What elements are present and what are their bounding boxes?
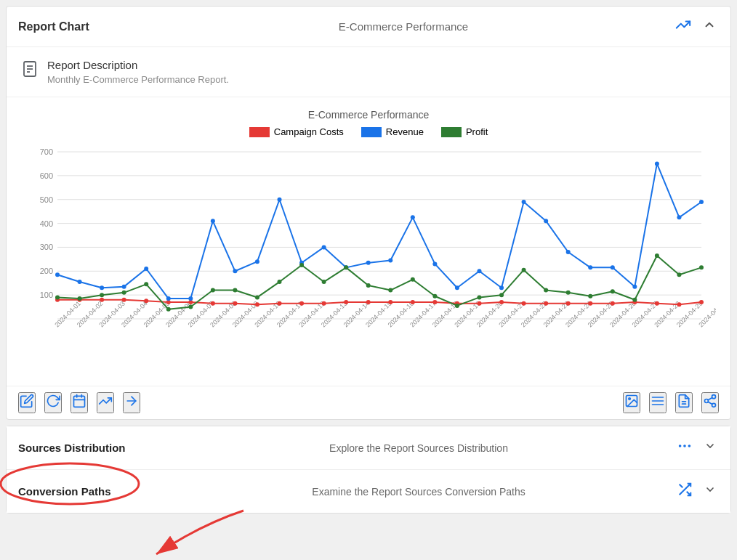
trend-button[interactable] <box>97 392 114 413</box>
svg-point-126 <box>432 294 437 299</box>
legend-label-profit: Profit <box>466 126 488 137</box>
description-text: Monthly E-Commerce Performance Report. <box>47 74 229 85</box>
conversion-paths-action-button[interactable] <box>674 480 696 503</box>
sources-more-button[interactable] <box>674 437 696 459</box>
trend-toggle-button[interactable] <box>672 15 694 38</box>
svg-point-76 <box>655 301 659 306</box>
conversion-paths-expand-button[interactable] <box>701 482 719 500</box>
svg-point-132 <box>566 291 571 295</box>
svg-point-106 <box>655 161 659 166</box>
svg-point-131 <box>544 288 548 293</box>
legend-label-campaign: Campaign Costs <box>274 126 344 137</box>
report-chart-card: Report Chart E-Commerce Performance Repo… <box>6 6 731 420</box>
refresh-button[interactable] <box>44 392 62 413</box>
svg-point-65 <box>411 300 415 304</box>
svg-point-123 <box>366 283 371 288</box>
svg-point-72 <box>566 301 571 306</box>
sources-distribution-actions <box>674 437 719 459</box>
svg-point-135 <box>632 298 637 302</box>
svg-point-84 <box>166 296 171 301</box>
svg-point-79 <box>55 272 60 277</box>
legend-profit: Profit <box>441 126 488 137</box>
arrow-right-button[interactable] <box>123 392 140 413</box>
toolbar-left <box>18 392 140 413</box>
card-subtitle: E-Commerce Performance <box>134 20 672 33</box>
svg-line-155 <box>708 397 712 399</box>
svg-text:600: 600 <box>40 171 53 180</box>
collapse-button[interactable] <box>700 17 719 36</box>
svg-point-107 <box>677 215 681 219</box>
svg-point-63 <box>366 300 371 304</box>
svg-text:500: 500 <box>40 195 53 204</box>
svg-point-97 <box>455 285 459 290</box>
svg-point-104 <box>611 265 615 269</box>
svg-text:200: 200 <box>40 267 53 275</box>
svg-point-53 <box>144 299 148 303</box>
svg-point-158 <box>688 445 691 447</box>
svg-point-159 <box>1 463 139 504</box>
svg-text:300: 300 <box>40 243 53 251</box>
svg-point-80 <box>78 280 82 284</box>
svg-point-120 <box>299 263 304 267</box>
svg-point-93 <box>366 261 371 265</box>
legend-label-revenue: Revenue <box>386 126 424 137</box>
svg-point-81 <box>100 285 104 290</box>
chart-container: E-Commerce Performance Campaign Costs Re… <box>7 97 730 383</box>
svg-point-57 <box>233 301 237 306</box>
svg-point-113 <box>144 282 148 286</box>
svg-point-119 <box>278 280 282 284</box>
svg-point-138 <box>699 265 704 269</box>
sources-distribution-row: Sources Distribution Explore the Report … <box>7 426 730 470</box>
svg-point-77 <box>677 302 681 307</box>
report-description: Report Description Monthly E-Commerce Pe… <box>7 47 730 97</box>
chart-toolbar <box>7 386 730 419</box>
calendar-button[interactable] <box>71 392 88 413</box>
svg-point-109 <box>55 295 60 299</box>
svg-point-133 <box>588 294 592 299</box>
svg-point-69 <box>499 300 504 304</box>
chart-title: E-Commerce Performance <box>21 109 716 121</box>
svg-point-112 <box>122 291 126 295</box>
svg-point-91 <box>322 245 326 249</box>
svg-point-111 <box>100 293 104 297</box>
svg-point-110 <box>78 296 82 301</box>
sources-distribution-title: Sources Distribution <box>18 442 164 454</box>
description-icon <box>21 60 39 82</box>
table-view-button[interactable] <box>649 392 666 413</box>
sources-distribution-desc: Explore the Report Sources Distribution <box>164 442 674 454</box>
svg-point-128 <box>477 295 481 299</box>
chart-legend: Campaign Costs Revenue Profit <box>21 126 716 137</box>
sources-expand-button[interactable] <box>701 439 719 457</box>
svg-point-88 <box>255 259 259 264</box>
svg-text:700: 700 <box>40 147 53 156</box>
conversion-paths-row: Conversion Paths Examine the Report Sour… <box>7 470 730 513</box>
svg-point-116 <box>211 288 215 293</box>
image-download-button[interactable] <box>623 392 640 413</box>
svg-point-145 <box>629 398 631 400</box>
edit-button[interactable] <box>18 392 36 413</box>
svg-point-82 <box>122 285 126 289</box>
share-button[interactable] <box>701 392 719 413</box>
svg-point-87 <box>233 269 237 273</box>
svg-point-156 <box>679 445 682 447</box>
svg-point-95 <box>411 215 415 219</box>
svg-point-94 <box>388 259 392 263</box>
svg-point-86 <box>211 219 215 223</box>
svg-point-61 <box>322 301 326 306</box>
svg-point-89 <box>278 198 282 202</box>
legend-color-profit <box>441 127 462 137</box>
legend-color-campaign <box>249 127 270 137</box>
svg-point-78 <box>699 300 704 304</box>
svg-point-117 <box>233 288 237 293</box>
svg-point-127 <box>455 304 459 308</box>
svg-point-114 <box>166 307 171 312</box>
svg-point-62 <box>344 300 348 304</box>
svg-point-101 <box>544 219 548 223</box>
svg-point-122 <box>344 265 348 269</box>
card-header: Report Chart E-Commerce Performance <box>7 7 730 47</box>
svg-point-68 <box>477 301 481 306</box>
pdf-button[interactable] <box>675 392 693 413</box>
conversion-paths-actions <box>674 480 719 503</box>
svg-point-59 <box>278 301 282 306</box>
svg-point-58 <box>255 302 259 307</box>
